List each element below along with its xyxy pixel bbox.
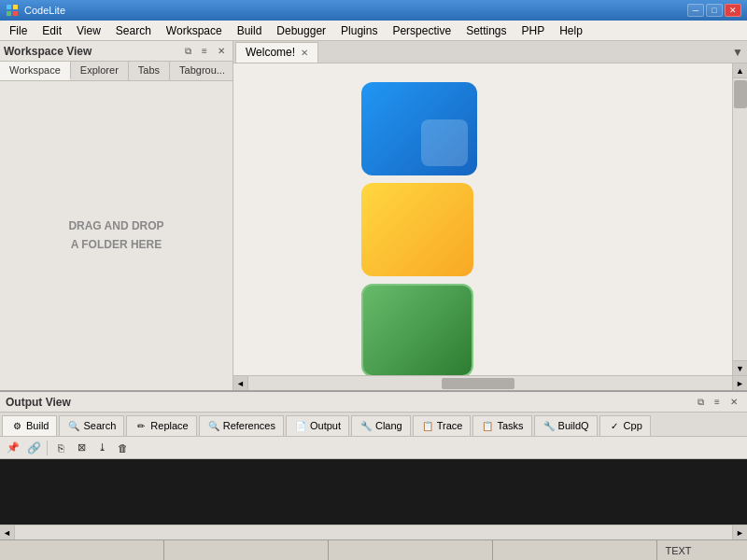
menu-edit[interactable]: Edit [35, 22, 69, 39]
delete-button[interactable]: 🗑 [113, 439, 132, 457]
output-tab-label: Output [310, 420, 341, 431]
menu-workspace[interactable]: Workspace [159, 22, 230, 39]
link-button[interactable]: 🔗 [24, 439, 43, 457]
output-tab-cpp[interactable]: ✓ Cpp [599, 415, 651, 436]
status-section-3 [329, 540, 493, 560]
svg-rect-1 [13, 5, 18, 9]
h-scroll-right-button[interactable]: ► [732, 376, 747, 391]
menu-php[interactable]: PHP [514, 22, 553, 39]
editor-tab-welcome[interactable]: Welcome! ✕ [235, 42, 318, 63]
clang-tab-label: Clang [375, 420, 402, 431]
menu-bar: File Edit View Search Workspace Build De… [0, 21, 747, 41]
close-button[interactable]: ✕ [725, 4, 741, 17]
clear-button[interactable]: ⊠ [72, 439, 91, 457]
title-bar: CodeLite ─ □ ✕ [0, 0, 747, 21]
output-close-button[interactable]: ✕ [726, 395, 741, 410]
output-tab-build[interactable]: ⚙ Build [2, 415, 57, 436]
replace-tab-label: Replace [150, 420, 188, 431]
output-menu-button[interactable]: ≡ [710, 395, 725, 410]
h-scroll-thumb[interactable] [442, 378, 514, 389]
status-section-4 [493, 540, 657, 560]
output-h-scroll-left[interactable]: ◄ [0, 525, 15, 540]
output-float-button[interactable]: ⧉ [693, 395, 708, 410]
link-icon: 🔗 [27, 441, 41, 455]
pin-button[interactable]: 📌 [4, 439, 22, 457]
clang-tab-icon: 🔧 [359, 419, 373, 432]
scroll-down-button[interactable]: ▼ [733, 360, 748, 375]
output-tab-buildq[interactable]: 🔧 BuildQ [534, 415, 598, 436]
search-tab-label: Search [83, 420, 116, 431]
scroll-thumb[interactable] [734, 80, 747, 108]
build-tab-label: Build [26, 420, 49, 431]
logo-yellow-square [361, 183, 473, 276]
welcome-content: › New Workspace Create a new workspace ›… [233, 63, 732, 375]
workspace-close-button[interactable]: ✕ [214, 44, 229, 59]
menu-help[interactable]: Help [552, 22, 590, 39]
output-tab-search[interactable]: 🔍 Search [59, 415, 124, 436]
horizontal-scrollbar: ◄ ► [233, 375, 747, 390]
menu-file[interactable]: File [2, 22, 35, 39]
pin-icon: 📌 [7, 441, 20, 454]
main-layout: Workspace View ⧉ ≡ ✕ Workspace Explorer … [0, 41, 747, 560]
status-section-2 [164, 540, 329, 560]
menu-debugger[interactable]: Debugger [269, 22, 333, 39]
menu-plugins[interactable]: Plugins [333, 22, 385, 39]
status-section-text: TEXT [657, 540, 747, 560]
h-scroll-left-button[interactable]: ◄ [233, 376, 248, 391]
output-tab-trace[interactable]: 📋 Trace [413, 415, 472, 436]
output-view-title: Output View [6, 396, 71, 409]
window-controls: ─ □ ✕ [687, 4, 741, 17]
tab-dropdown-button[interactable]: ▼ [730, 45, 745, 60]
output-tab-output[interactable]: 📄 Output [286, 415, 349, 436]
tab-workspace[interactable]: Workspace [0, 62, 71, 80]
toolbar-separator [47, 441, 48, 455]
menu-view[interactable]: View [69, 22, 108, 39]
cpp-tab-label: Cpp [624, 420, 642, 431]
replace-tab-icon: ✏ [134, 419, 148, 432]
output-header: Output View ⧉ ≡ ✕ [0, 392, 747, 413]
svg-rect-0 [7, 5, 11, 9]
svg-rect-3 [13, 11, 18, 16]
buildq-tab-label: BuildQ [558, 420, 589, 431]
status-section-1 [0, 540, 164, 560]
build-tab-icon: ⚙ [10, 419, 23, 432]
tasks-tab-label: Tasks [497, 420, 523, 431]
menu-build[interactable]: Build [230, 22, 270, 39]
h-scroll-track[interactable] [248, 377, 732, 390]
output-h-scroll-track[interactable] [15, 526, 732, 539]
minimize-button[interactable]: ─ [687, 4, 704, 17]
maximize-button[interactable]: □ [706, 4, 723, 17]
content-row: Workspace View ⧉ ≡ ✕ Workspace Explorer … [0, 41, 747, 390]
output-tab-tasks[interactable]: 📋 Tasks [472, 415, 531, 436]
output-tab-references[interactable]: 🔍 References [199, 415, 284, 436]
output-tab-replace[interactable]: ✏ Replace [126, 415, 196, 436]
trace-tab-icon: 📋 [421, 419, 434, 432]
workspace-float-button[interactable]: ⧉ [180, 44, 195, 59]
output-h-scroll-right[interactable]: ► [732, 525, 747, 540]
scroll-end-button[interactable]: ⤓ [92, 439, 111, 457]
menu-settings[interactable]: Settings [458, 22, 514, 39]
tab-tabgroup[interactable]: Tabgrou... [170, 62, 235, 80]
references-tab-label: References [223, 420, 275, 431]
menu-search[interactable]: Search [108, 22, 159, 39]
editor-area: Welcome! ✕ ▼ [233, 41, 747, 390]
buildq-tab-icon: 🔧 [543, 419, 556, 432]
tab-close-icon[interactable]: ✕ [301, 48, 308, 58]
drag-drop-label: DRAG AND DROP A FOLDER HERE [68, 217, 163, 253]
app-title: CodeLite [24, 5, 687, 16]
tab-explorer[interactable]: Explorer [71, 62, 129, 80]
menu-perspective[interactable]: Perspective [385, 22, 458, 39]
app-icon [6, 3, 21, 18]
scroll-up-button[interactable]: ▲ [733, 63, 748, 78]
workspace-menu-button[interactable]: ≡ [197, 44, 212, 59]
output-tab-clang[interactable]: 🔧 Clang [351, 415, 411, 436]
tab-tabs[interactable]: Tabs [129, 62, 170, 80]
copy-button[interactable]: ⎘ [51, 439, 70, 457]
output-header-icons: ⧉ ≡ ✕ [693, 395, 741, 410]
tab-label: Welcome! [246, 46, 295, 59]
workspace-panel-title: Workspace View [4, 45, 92, 58]
workspace-header: Workspace View ⧉ ≡ ✕ [0, 41, 233, 62]
logo-area [361, 82, 604, 375]
output-hscroll: ◄ ► [0, 525, 747, 539]
output-tab-icon: 📄 [294, 419, 307, 432]
